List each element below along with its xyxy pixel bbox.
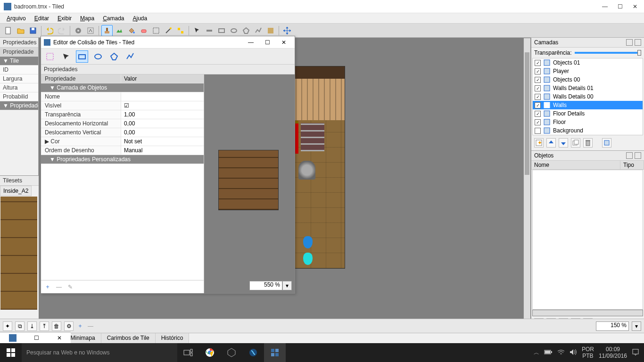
menu-edit[interactable]: Editar: [31, 14, 53, 23]
import-icon[interactable]: ⤒: [40, 321, 49, 331]
app-icon-2[interactable]: [242, 343, 264, 362]
dlg-row-color[interactable]: ▶ CorNot set: [41, 137, 204, 146]
undock-icon[interactable]: [626, 39, 633, 46]
layer-row[interactable]: ✓ Floor: [533, 118, 643, 126]
tray-clock[interactable]: 00:0911/09/2016: [599, 346, 627, 360]
dlg-polygon-icon[interactable]: [108, 50, 120, 63]
menu-map[interactable]: Mapa: [76, 14, 98, 23]
auto-icon[interactable]: [85, 25, 96, 36]
subwin-app-icon[interactable]: [9, 334, 17, 342]
layer-row[interactable]: ✓ Walls Details 00: [533, 92, 643, 101]
tiled-icon[interactable]: [264, 343, 286, 362]
new-tileset-icon[interactable]: ✦: [3, 321, 12, 331]
terrain-icon[interactable]: [114, 25, 125, 36]
layer-row[interactable]: Background: [533, 126, 643, 135]
dlg-remove-prop-icon[interactable]: —: [55, 283, 63, 291]
obj-col-type[interactable]: Tipo: [620, 161, 644, 169]
layer-visibility-checkbox[interactable]: ✓: [535, 102, 541, 108]
obj-polygon-icon[interactable]: [240, 25, 252, 36]
dlg-add-prop-icon[interactable]: ＋: [44, 283, 51, 291]
obj-col-name[interactable]: Nome: [531, 161, 620, 169]
layer-row[interactable]: ✓ Objects 01: [533, 58, 643, 67]
tray-notifications-icon[interactable]: [632, 348, 639, 357]
close-button[interactable]: ✕: [632, 3, 638, 10]
obj-tile-icon[interactable]: [265, 25, 276, 36]
dlg-row-transp[interactable]: Transparência1,00: [41, 110, 204, 119]
ts-add-icon[interactable]: ＋: [76, 322, 84, 330]
redo-icon[interactable]: [56, 25, 67, 36]
tray-wifi-icon[interactable]: [557, 349, 565, 357]
select-rect-icon[interactable]: [150, 25, 162, 36]
menu-view[interactable]: Exibir: [54, 14, 75, 23]
ts-remove-icon[interactable]: —: [87, 322, 94, 330]
layer-row[interactable]: ✓ Walls: [533, 101, 643, 109]
obj-polyline-icon[interactable]: [253, 25, 264, 36]
obj-edit-icon[interactable]: [204, 25, 215, 36]
menu-help[interactable]: Ajuda: [129, 14, 151, 23]
layer-visibility-checkbox[interactable]: ✓: [535, 119, 541, 125]
dialog-close-button[interactable]: ✕: [276, 39, 292, 46]
tileset-view[interactable]: [0, 197, 37, 310]
start-button[interactable]: [0, 343, 22, 362]
tileset-tab[interactable]: Inside_A2: [0, 186, 32, 196]
select-same-icon[interactable]: [175, 25, 186, 36]
prop-width[interactable]: Largura: [0, 74, 38, 83]
export-icon[interactable]: ⤓: [27, 321, 37, 331]
tab-stamps[interactable]: Carimbos de Tile: [101, 333, 156, 343]
prop-prob[interactable]: Probabilid: [0, 92, 38, 101]
edit-tileset-icon[interactable]: ⚙: [64, 321, 74, 331]
obj-ellipse-icon[interactable]: [228, 25, 239, 36]
transparency-slider[interactable]: [575, 52, 641, 54]
toggle-other-icon[interactable]: [602, 138, 611, 148]
tab-history[interactable]: Histórico: [156, 333, 190, 343]
dlg-row-order[interactable]: Ordem de DesenhoManual: [41, 146, 204, 155]
dlg-ellipse-icon[interactable]: [92, 50, 104, 63]
layer-visibility-checkbox[interactable]: ✓: [535, 77, 541, 83]
wand-icon[interactable]: [163, 25, 174, 36]
new-layer-icon[interactable]: ✦: [534, 138, 544, 148]
delete-tileset-icon[interactable]: 🗑: [52, 321, 61, 331]
dlg-edit-prop-icon[interactable]: ✎: [66, 283, 74, 291]
dlg-row-visible[interactable]: Visível☑: [41, 101, 204, 110]
layer-visibility-checkbox[interactable]: ✓: [535, 85, 541, 91]
tray-chevron-icon[interactable]: ︿: [534, 349, 539, 357]
menu-layer[interactable]: Camada: [99, 14, 128, 23]
objects-hscroll[interactable]: [532, 310, 643, 316]
close-panel-icon[interactable]: [635, 152, 641, 159]
open-icon[interactable]: [15, 25, 26, 36]
dialog-zoom-value[interactable]: 550 %: [249, 281, 282, 290]
layer-row[interactable]: ✓ Floor Details: [533, 109, 643, 118]
fill-icon[interactable]: [126, 25, 137, 36]
chrome-icon[interactable]: [199, 343, 221, 362]
undock-icon[interactable]: [626, 152, 633, 159]
layer-visibility-checkbox[interactable]: ✓: [535, 111, 541, 117]
new-icon[interactable]: [3, 25, 14, 36]
layer-row[interactable]: ✓ Walls Details 01: [533, 84, 643, 92]
close-panel-icon[interactable]: [635, 39, 641, 46]
maximize-button[interactable]: ☐: [617, 3, 623, 10]
undo-icon[interactable]: [44, 25, 55, 36]
menu-file[interactable]: Arquivo: [3, 14, 30, 23]
dlg-row-offx[interactable]: Deslocamento Horizontal0,00: [41, 119, 204, 128]
eraser-icon[interactable]: [138, 25, 149, 36]
stamp-icon[interactable]: [101, 25, 113, 36]
dlg-rect-icon[interactable]: [76, 50, 88, 63]
minimize-button[interactable]: —: [602, 3, 608, 10]
dlg-row-offy[interactable]: Deslocamento Vertical0,00: [41, 128, 204, 137]
layer-visibility-checkbox[interactable]: ✓: [535, 94, 541, 100]
prop-id[interactable]: ID: [0, 66, 38, 74]
dialog-titlebar[interactable]: Editor de Colisão de Tiles - Tiled — ☐ ✕: [41, 36, 295, 49]
dlg-select-icon[interactable]: [44, 50, 56, 63]
layer-up-icon[interactable]: [546, 138, 556, 148]
unity-icon[interactable]: [221, 343, 242, 362]
taskview-icon[interactable]: [177, 343, 199, 362]
layer-visibility-checkbox[interactable]: [535, 128, 541, 134]
taskbar-search[interactable]: Pesquisar na Web e no Windows: [22, 343, 177, 362]
move-icon[interactable]: [281, 25, 293, 36]
layer-row[interactable]: ✓ Objects 00: [533, 75, 643, 84]
dialog-zoom-dropdown[interactable]: ▾: [282, 281, 292, 290]
dlg-edit-poly-icon[interactable]: [60, 50, 72, 63]
tileset-zoom[interactable]: 150 %: [596, 321, 629, 331]
save-icon[interactable]: [27, 25, 39, 36]
duplicate-layer-icon[interactable]: [571, 138, 580, 148]
